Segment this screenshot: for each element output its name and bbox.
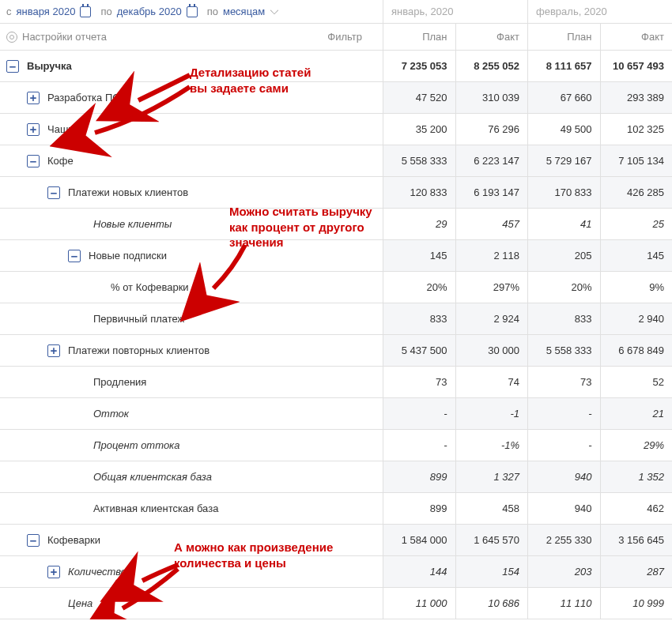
row-label-text: Новые подписки [89, 250, 167, 262]
data-cell: 47 520 [383, 82, 455, 113]
collapse-toggle[interactable]: − [68, 250, 81, 262]
table-row: −Выручка7 235 0538 255 0528 111 65710 65… [0, 51, 672, 82]
data-cell: 73 [527, 367, 600, 397]
data-cell: 144 [383, 556, 455, 587]
expand-toggle[interactable]: + [47, 344, 60, 357]
expand-toggle[interactable]: + [47, 566, 60, 578]
data-cell: - [383, 398, 455, 429]
row-label-text: Кофеварки [47, 534, 100, 546]
row-label-text: Разработка ПО [47, 92, 120, 104]
row-label[interactable]: −Кофеварки [0, 525, 383, 555]
row-label-text: Кофе [47, 155, 74, 167]
data-cell: 458 [455, 493, 528, 524]
chevron-down-icon [270, 6, 278, 13]
table-row: −Платежи новых клиентов120 8336 193 1471… [0, 177, 672, 209]
table-row: Первичный платеж8332 9248332 940 [0, 303, 672, 335]
data-cell: 899 [383, 461, 455, 492]
month-headers: январь, 2020 февраль, 2020 [383, 0, 672, 24]
data-cell: 2 255 330 [527, 525, 600, 555]
column-headers: План Факт План Факт [383, 24, 672, 51]
row-label-text: Чашки [47, 123, 78, 135]
data-cell: 1 584 000 [383, 525, 455, 555]
row-label[interactable]: −Выручка [0, 51, 383, 81]
expand-toggle[interactable]: + [27, 123, 40, 136]
row-label-text: Выручка [27, 60, 72, 72]
row-label-text: Отток [93, 408, 129, 420]
data-cell: 10 686 [455, 588, 528, 619]
data-cell: 76 296 [455, 114, 528, 145]
row-label[interactable]: Активная клиентская база [0, 493, 383, 524]
data-cell: 20% [383, 272, 455, 303]
data-cell: 145 [383, 240, 455, 271]
table-row: +Разработка ПО47 520310 03967 660293 389 [0, 82, 672, 114]
row-label[interactable]: +Разработка ПО [0, 82, 383, 113]
row-label[interactable]: −Платежи новых клиентов [0, 177, 383, 208]
filter-link[interactable]: Фильтр [327, 31, 376, 43]
row-label[interactable]: Отток [0, 398, 383, 429]
row-label[interactable]: Продления [0, 367, 383, 397]
table-row: Процент оттока--1%-29% [0, 430, 672, 461]
row-label[interactable]: +Платежи повторных клиентов [0, 335, 383, 366]
collapse-toggle[interactable]: − [47, 186, 60, 199]
data-cell: 67 660 [527, 82, 600, 113]
row-label[interactable]: Новые клиенты [0, 209, 383, 239]
row-label[interactable]: Цена [0, 588, 383, 619]
data-cell: 426 285 [600, 177, 673, 208]
data-cell: 11 000 [383, 588, 455, 619]
data-cell: 73 [383, 367, 455, 397]
data-cell: 41 [527, 209, 600, 239]
row-label[interactable]: Общая клиентская база [0, 461, 383, 492]
data-cell: 5 558 333 [527, 335, 600, 366]
row-label[interactable]: −Кофе [0, 145, 383, 176]
date-toolbar: с января 2020 по декабрь 2020 по месяцам [0, 0, 383, 24]
data-cell: -1% [455, 430, 528, 461]
data-cell: 940 [527, 493, 600, 524]
data-cell: - [527, 430, 600, 461]
row-label[interactable]: +Чашки [0, 114, 383, 145]
row-label-text: Цена [68, 597, 92, 609]
data-cell: 5 558 333 [383, 145, 455, 176]
row-label[interactable]: Процент оттока [0, 430, 383, 461]
row-label[interactable]: −Новые подписки [0, 240, 383, 271]
report-settings-link[interactable]: Настройки отчета [22, 31, 107, 43]
data-cell: 10 999 [600, 588, 673, 619]
date-from[interactable]: с января 2020 [6, 6, 91, 17]
row-label-text: Продления [93, 376, 146, 388]
data-cell: 154 [455, 556, 528, 587]
data-cell: 310 039 [455, 82, 528, 113]
data-cell: 11 110 [527, 588, 600, 619]
month-header: февраль, 2020 [527, 0, 672, 23]
data-cell: 6 678 849 [600, 335, 673, 366]
data-cell: 899 [383, 493, 455, 524]
date-to[interactable]: по декабрь 2020 [100, 6, 197, 17]
calendar-icon [80, 6, 91, 17]
month-header: январь, 2020 [383, 0, 527, 23]
data-cell: 7 235 053 [383, 51, 455, 81]
data-cell: 7 105 134 [600, 145, 673, 176]
expand-toggle[interactable]: + [27, 92, 40, 104]
data-cell: 293 389 [600, 82, 673, 113]
row-label-text: % от Кофеварки [111, 281, 189, 293]
data-cell: 49 500 [527, 114, 600, 145]
data-cell: 120 833 [383, 177, 455, 208]
data-cell: 457 [455, 209, 528, 239]
data-cell: 1 352 [600, 461, 673, 492]
collapse-toggle[interactable]: − [6, 60, 19, 73]
row-label[interactable]: % от Кофеварки [0, 272, 383, 303]
data-cell: 145 [600, 240, 673, 271]
data-cell: 3 156 645 [600, 525, 673, 555]
data-cell: 833 [383, 303, 455, 334]
table-row: −Кофе5 558 3336 223 1475 729 1677 105 13… [0, 145, 672, 177]
period-select[interactable]: по месяцам [207, 6, 280, 17]
data-cell: 74 [455, 367, 528, 397]
table-row: Новые клиенты294574125 [0, 209, 672, 240]
data-cell: 1 327 [455, 461, 528, 492]
collapse-toggle[interactable]: − [27, 155, 40, 167]
data-cell: - [383, 430, 455, 461]
row-label-text: Новые клиенты [93, 218, 172, 230]
gear-icon[interactable] [6, 32, 17, 43]
row-label[interactable]: Первичный платеж [0, 303, 383, 334]
collapse-toggle[interactable]: − [27, 534, 40, 547]
calendar-icon [187, 6, 198, 17]
row-label[interactable]: +Количество [0, 556, 383, 587]
